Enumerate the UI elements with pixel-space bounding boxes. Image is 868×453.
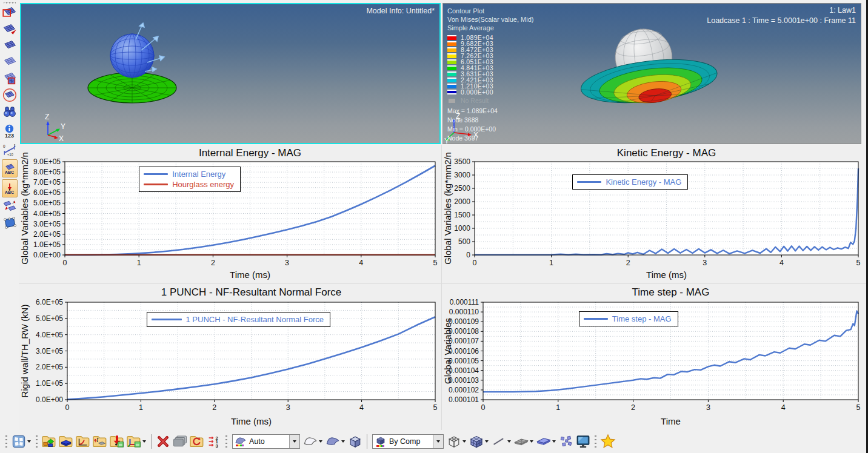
page-layout-caret[interactable] <box>27 440 31 443</box>
toolbar-grip[interactable] <box>594 434 597 449</box>
mask-add-button[interactable] <box>2 22 18 37</box>
mask-elements-button[interactable] <box>2 6 18 21</box>
contour-colorbar: 1.089E+049.682E+038.472E+037.262E+036.05… <box>447 35 533 95</box>
y-tick-label: 0.000103 <box>449 376 479 385</box>
load-model-icon <box>41 434 57 449</box>
free-shape-icon <box>2 215 17 231</box>
chart-legend[interactable]: 1 PUNCH - NF-Resultant Normal Force <box>147 312 331 327</box>
favorites-button[interactable] <box>599 433 616 450</box>
y-tick-label: 0.000106 <box>449 347 479 355</box>
shaded-cube-button[interactable] <box>347 433 364 450</box>
load-system-icon <box>126 434 142 449</box>
wireframe-cube-button[interactable] <box>446 433 462 450</box>
max-value: Max = 1.089E+04 <box>447 107 533 115</box>
render-style-dropdown[interactable] <box>289 435 299 448</box>
mesh-light-panel-button[interactable] <box>2 55 18 70</box>
edge-line-button[interactable] <box>490 433 507 450</box>
section-cut-button[interactable] <box>2 199 18 214</box>
y-tick-label: 0.000101 <box>449 395 479 404</box>
import-curves-button[interactable] <box>109 433 125 450</box>
model-viewport[interactable]: Z Y X Model Info: Untitled* <box>20 3 441 144</box>
numbers-info-button[interactable]: 123 <box>2 121 18 141</box>
wireframe-cube-caret[interactable] <box>462 440 466 443</box>
separator <box>151 434 152 449</box>
submesh-panel-button[interactable] <box>2 71 18 86</box>
load-time-history-button[interactable]: t <box>92 433 109 450</box>
contour-level-swatch <box>447 71 456 76</box>
wireframe-surface-button[interactable] <box>302 433 319 450</box>
contour-viewport[interactable]: Z X Y Contour Plot Von Mises(Scalar valu… <box>442 3 861 144</box>
chart-canvas[interactable]: 0123450.0E+001.0E+052.0E+053.0E+054.0E+0… <box>19 145 441 283</box>
load-plot-icon <box>75 434 91 449</box>
mesh-plate-caret[interactable] <box>530 440 533 443</box>
toolbar-grip[interactable] <box>225 434 228 449</box>
y-tick-label: 0.000110 <box>449 308 479 316</box>
color-mode-dropdown[interactable] <box>433 435 443 448</box>
x-tick-label: 1 <box>556 403 560 412</box>
attach-note-button[interactable]: ABC <box>2 179 18 197</box>
spherical-clip-button[interactable] <box>2 88 18 102</box>
free-shape-button[interactable] <box>2 216 18 230</box>
renumber-button[interactable]: 2 1 3 <box>205 433 222 450</box>
renumber-icon: 2 1 3 <box>207 434 221 449</box>
x-tick-label: 0 <box>65 403 70 412</box>
mesh-plate-button[interactable] <box>513 433 530 450</box>
y-tick-label: 0.000108 <box>449 327 479 336</box>
mesh-panel-button[interactable] <box>2 39 18 53</box>
render-style-combo[interactable]: Auto <box>232 434 300 449</box>
toolbar-grip[interactable] <box>4 1 16 4</box>
y-tick-label: 1.0E+05 <box>36 379 63 388</box>
no-result-row: No Result <box>447 97 533 104</box>
chart-legend[interactable]: Kinetic Energy - MAG <box>572 174 688 190</box>
note-arrow-icon <box>4 183 15 191</box>
y-tick-label: 3000 <box>454 171 470 179</box>
y-axis-label: Global Variables (kg*mm2/n <box>442 152 453 265</box>
y-tick-label: 0.000105 <box>449 357 479 365</box>
screen-capture-button[interactable] <box>575 433 592 450</box>
shaded-surface-button[interactable] <box>324 433 341 450</box>
color-mode-combo[interactable]: By Comp <box>372 434 444 449</box>
y-tick-label: 2000 <box>454 197 470 206</box>
reload-folder-button[interactable] <box>189 433 205 450</box>
chart-punch-force[interactable]: 0123450.0E+001.0E+052.0E+053.0E+054.0E+0… <box>19 284 442 430</box>
load-results-button[interactable] <box>58 433 75 450</box>
shell-plate-caret[interactable] <box>552 440 556 443</box>
capture-stack-button[interactable] <box>172 433 189 450</box>
chart-legend[interactable]: Time step - MAG <box>579 311 678 326</box>
shell-plate-button[interactable] <box>535 433 552 450</box>
no-result-label: No Result <box>461 97 489 104</box>
chart-canvas[interactable]: 0123450.0001010.0001020.0001030.0001040.… <box>442 284 868 430</box>
shaded-surface-caret[interactable] <box>341 440 345 443</box>
mesh-light-icon <box>2 55 17 70</box>
load-system-button[interactable] <box>125 433 142 450</box>
search-button[interactable] <box>2 104 18 119</box>
no-result-swatch <box>449 99 455 103</box>
wireframe-surface-caret[interactable] <box>319 440 322 443</box>
explode-button[interactable] <box>558 433 575 450</box>
edge-line-caret[interactable] <box>507 440 511 443</box>
chart-legend[interactable]: Internal EnergyHourglass energy <box>139 167 241 192</box>
element-cube-button[interactable] <box>468 433 485 450</box>
model-canvas[interactable]: Z Y X <box>21 4 439 143</box>
toolbar-grip[interactable] <box>5 434 8 449</box>
chart-internal-energy[interactable]: 0123450.0E+001.0E+052.0E+053.0E+054.0E+0… <box>19 145 442 284</box>
x-axis-label: Time (ms) <box>646 269 687 280</box>
load-plot-button[interactable] <box>75 433 92 450</box>
delete-button[interactable] <box>155 433 172 450</box>
chart-canvas[interactable]: 0123450.0E+001.0E+052.0E+053.0E+054.0E+0… <box>19 284 441 430</box>
load-model-button[interactable] <box>41 433 58 450</box>
chart-kinetic-energy[interactable]: 0123450500100015002000250030003500Kineti… <box>442 145 868 284</box>
legend-line-sample <box>577 181 601 183</box>
edge-line-icon <box>492 434 506 449</box>
mesh-icon <box>2 39 17 53</box>
page-layout-button[interactable] <box>10 433 27 450</box>
load-system-caret[interactable] <box>142 440 146 443</box>
chart-canvas[interactable]: 0123450500100015002000250030003500Kineti… <box>442 145 868 283</box>
x-tick-label: 0 <box>473 259 477 267</box>
toolbar-grip[interactable] <box>35 434 38 449</box>
measure-button[interactable]: 0 1 +10 <box>2 143 18 157</box>
element-cube-caret[interactable] <box>485 440 489 443</box>
notes-button[interactable]: ABC <box>2 159 18 177</box>
contour-level-swatch <box>447 53 456 58</box>
chart-time-step[interactable]: 0123450.0001010.0001020.0001030.0001040.… <box>442 284 868 430</box>
